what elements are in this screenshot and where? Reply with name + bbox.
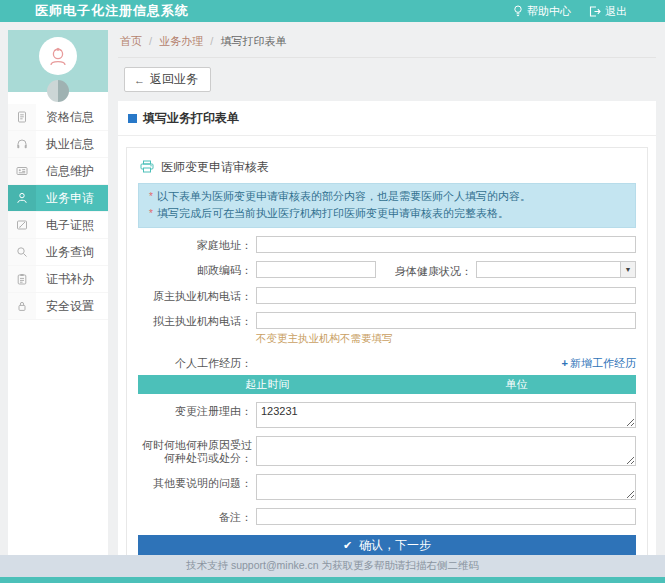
section-title-row: 填写业务打印表单 xyxy=(118,101,656,136)
certificate-icon xyxy=(8,212,36,238)
form-row-change-reason: 变更注册理由： 123231 xyxy=(138,402,636,428)
notice-text: 以下表单为医师变更申请审核表的部分内容，也是需要医师个人填写的内容。 xyxy=(157,190,531,202)
breadcrumb-separator: / xyxy=(149,35,152,47)
form-card: 医师变更申请审核表 *以下表单为医师变更申请审核表的部分内容，也是需要医师个人填… xyxy=(126,147,648,571)
breadcrumb-business[interactable]: 业务办理 xyxy=(159,35,203,47)
sidebar-item-qualification-info[interactable]: 资格信息 xyxy=(8,104,108,131)
sidebar: 资格信息 执业信息 信息维护 业务申请 xyxy=(8,30,108,555)
sidebar-item-business-application[interactable]: 业务申请 xyxy=(8,185,108,212)
form-title: 医师变更申请审核表 xyxy=(161,159,269,176)
sidebar-item-label: 安全设置 xyxy=(36,293,108,319)
postal-code-label: 邮政编码： xyxy=(138,261,252,277)
clipboard-icon xyxy=(8,266,36,292)
sidebar-item-label: 业务查询 xyxy=(36,239,108,265)
notice-line: *填写完成后可在当前执业医疗机构打印医师变更申请审核表的完整表格。 xyxy=(149,205,625,222)
add-work-experience-link[interactable]: +新增工作经历 xyxy=(562,354,636,371)
sidebar-item-certificate-reissue[interactable]: 证书补办 xyxy=(8,266,108,293)
info-notice: *以下表单为医师变更申请审核表的部分内容，也是需要医师个人填写的内容。 *填写完… xyxy=(138,183,636,228)
work-experience-table-header: 起止时间 单位 xyxy=(138,375,636,394)
square-bullet-icon xyxy=(128,114,137,123)
id-card-icon xyxy=(8,158,36,184)
lock-icon xyxy=(8,293,36,319)
breadcrumb-home[interactable]: 首页 xyxy=(120,35,142,47)
sidebar-item-practice-info[interactable]: 执业信息 xyxy=(8,131,108,158)
notice-text: 填写完成后可在当前执业医疗机构打印医师变更申请审核表的完整表格。 xyxy=(157,207,509,219)
photo-placeholder xyxy=(47,80,69,102)
work-experience-label: 个人工作经历： xyxy=(138,354,252,370)
avatar xyxy=(39,37,77,75)
headset-icon xyxy=(8,131,36,157)
help-center-button[interactable]: 帮助中心 xyxy=(513,4,571,19)
bottom-accent-strip xyxy=(0,577,665,583)
form-row-punishment: 何时何地何种原因受过何种处罚或处分： xyxy=(138,436,636,466)
change-reason-textarea[interactable]: 123231 xyxy=(256,402,636,428)
asterisk-icon: * xyxy=(149,191,153,202)
other-issues-label: 其他要说明的问题： xyxy=(138,474,252,490)
sidebar-item-label: 电子证照 xyxy=(36,212,108,238)
plus-icon: + xyxy=(562,357,568,369)
sidebar-item-label: 证书补办 xyxy=(36,266,108,292)
sidebar-item-label: 信息维护 xyxy=(36,158,108,184)
printer-icon xyxy=(140,160,154,176)
column-header-period: 起止时间 xyxy=(138,377,397,392)
lightbulb-icon xyxy=(513,5,523,18)
notice-line: *以下表单为医师变更申请审核表的部分内容，也是需要医师个人填写的内容。 xyxy=(149,188,625,205)
asterisk-icon: * xyxy=(149,208,153,219)
content-panel: 填写业务打印表单 医师变更申请审核表 *以下表单为医师变更申请审核表的部分内容，… xyxy=(118,101,656,583)
change-reason-label: 变更注册理由： xyxy=(138,402,252,418)
magnifier-icon xyxy=(8,239,36,265)
check-icon: ✔ xyxy=(343,539,352,552)
help-center-label: 帮助中心 xyxy=(527,4,571,19)
health-status-label: 身体健康状况： xyxy=(376,261,472,279)
sidebar-item-security-settings[interactable]: 安全设置 xyxy=(8,293,108,320)
sidebar-item-label: 资格信息 xyxy=(36,104,108,130)
sidebar-menu: 资格信息 执业信息 信息维护 业务申请 xyxy=(8,104,108,320)
logout-label: 退出 xyxy=(605,4,627,19)
app-title: 医师电子化注册信息系统 xyxy=(35,2,189,20)
home-address-input[interactable] xyxy=(256,236,636,253)
form-row-orig-org-phone: 原主执业机构电话： xyxy=(138,287,636,304)
home-address-label: 家庭地址： xyxy=(138,236,252,252)
breadcrumb: 首页 / 业务办理 / 填写打印表单 xyxy=(118,30,656,58)
back-to-business-button[interactable]: ← 返回业务 xyxy=(124,67,211,92)
punishment-label: 何时何地何种原因受过何种处罚或处分： xyxy=(138,436,252,465)
add-work-experience-label: 新增工作经历 xyxy=(570,357,636,369)
top-header: 医师电子化注册信息系统 帮助中心 退出 xyxy=(0,0,665,22)
footer-text: 技术支持 support@minke.cn 为获取更多帮助请扫描右侧二维码 xyxy=(186,559,479,573)
section-title: 填写业务打印表单 xyxy=(143,110,239,127)
form-row-work-experience: 个人工作经历： +新增工作经历 xyxy=(138,354,636,371)
proposed-org-phone-input[interactable] xyxy=(256,312,636,329)
health-status-select[interactable]: ▼ xyxy=(476,261,636,278)
document-icon xyxy=(8,104,36,130)
user-avatar-panel xyxy=(8,30,108,92)
sidebar-item-label: 执业信息 xyxy=(36,131,108,157)
confirm-next-label: 确认，下一步 xyxy=(359,537,431,554)
proposed-org-phone-hint: 不变更主执业机构不需要填写 xyxy=(256,332,636,346)
remarks-input[interactable] xyxy=(256,508,636,525)
person-icon xyxy=(8,185,36,211)
remarks-label: 备注： xyxy=(138,508,252,524)
logout-button[interactable]: 退出 xyxy=(589,4,627,19)
logout-icon xyxy=(589,6,601,17)
proposed-org-phone-label: 拟主执业机构电话： xyxy=(138,312,252,328)
confirm-next-button[interactable]: ✔ 确认，下一步 xyxy=(138,535,636,556)
footer: 技术支持 support@minke.cn 为获取更多帮助请扫描右侧二维码 xyxy=(0,555,665,577)
doctor-icon xyxy=(46,44,70,68)
sidebar-item-business-query[interactable]: 业务查询 xyxy=(8,239,108,266)
breadcrumb-current: 填写打印表单 xyxy=(220,35,286,47)
main-content: 首页 / 业务办理 / 填写打印表单 ← 返回业务 填写业务打印表单 医师变更申… xyxy=(118,22,656,583)
postal-code-input[interactable] xyxy=(256,261,376,278)
sidebar-item-info-maintenance[interactable]: 信息维护 xyxy=(8,158,108,185)
orig-org-phone-input[interactable] xyxy=(256,287,636,304)
orig-org-phone-label: 原主执业机构电话： xyxy=(138,287,252,303)
sidebar-item-e-certificate[interactable]: 电子证照 xyxy=(8,212,108,239)
back-arrow-icon: ← xyxy=(134,74,145,86)
punishment-textarea[interactable] xyxy=(256,436,636,466)
form-row-remarks: 备注： xyxy=(138,508,636,525)
app-window: 医师电子化注册信息系统 帮助中心 退出 xyxy=(0,0,665,583)
form-row-home-address: 家庭地址： xyxy=(138,236,636,253)
form: 家庭地址： 邮政编码： 身体健康状况： ▼ 原主执业机构电话： xyxy=(138,236,636,556)
form-row-other-issues: 其他要说明的问题： xyxy=(138,474,636,500)
other-issues-textarea[interactable] xyxy=(256,474,636,500)
chevron-down-icon: ▼ xyxy=(620,262,635,277)
